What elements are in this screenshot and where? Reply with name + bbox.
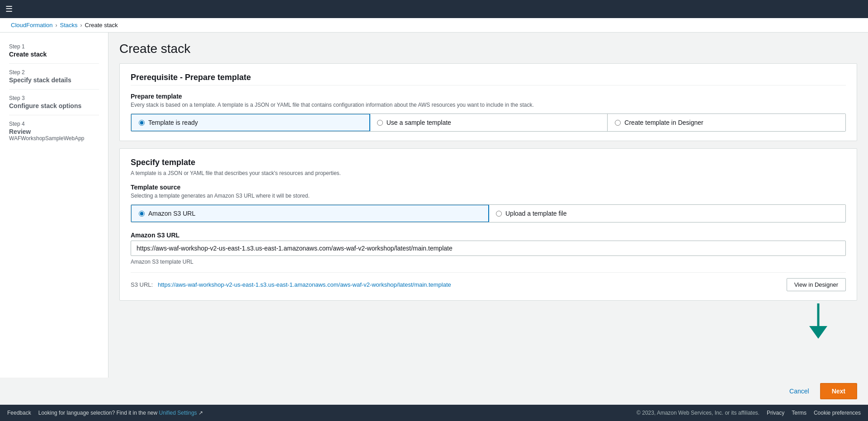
sidebar-step-4-subtitle: WAFWorkshopSampleWebApp xyxy=(9,135,99,142)
bottom-bar-info: Looking for language selection? Find it … xyxy=(38,410,203,416)
sidebar-step-4: Step 4 Review WAFWorkshopSampleWebApp xyxy=(0,117,108,146)
specify-template-card-title: Specify template xyxy=(131,158,846,167)
cancel-button[interactable]: Cancel xyxy=(784,385,815,397)
page-title: Create stack xyxy=(119,42,857,56)
radio-template-ready[interactable] xyxy=(139,120,145,126)
breadcrumb-sep-2: › xyxy=(80,22,82,28)
option-s3-url[interactable]: Amazon S3 URL xyxy=(131,204,489,222)
s3-url-value: https://aws-waf-workshop-v2-us-east-1.s3… xyxy=(158,281,451,288)
breadcrumb: CloudFormation › Stacks › Create stack xyxy=(0,18,868,33)
privacy-link[interactable]: Privacy xyxy=(767,410,784,416)
sidebar-step-1: Step 1 Create stack xyxy=(0,40,108,61)
option-sample-template-label: Use a sample template xyxy=(387,119,451,126)
svg-marker-1 xyxy=(809,326,827,339)
sidebar-step-3-title[interactable]: Configure stack options xyxy=(9,102,99,109)
sidebar: Step 1 Create stack Step 2 Specify stack… xyxy=(0,33,108,378)
sidebar-divider-3 xyxy=(9,115,99,115)
prepare-template-options: Template is ready Use a sample template … xyxy=(131,114,846,132)
radio-sample-template[interactable] xyxy=(377,120,383,126)
bottom-bar: Feedback Looking for language selection?… xyxy=(0,405,868,421)
teal-arrow-icon xyxy=(807,303,830,340)
template-source-label: Template source xyxy=(131,184,846,191)
s3-url-prefix: S3 URL: xyxy=(131,281,153,288)
radio-designer[interactable] xyxy=(615,120,621,126)
sidebar-step-2-title[interactable]: Specify stack details xyxy=(9,76,99,84)
s3-url-input[interactable] xyxy=(131,241,846,256)
sidebar-divider-1 xyxy=(9,63,99,64)
breadcrumb-current: Create stack xyxy=(85,22,118,28)
option-upload-file-label: Upload a template file xyxy=(505,210,566,217)
sidebar-divider-2 xyxy=(9,89,99,90)
footer-actions: Cancel Next xyxy=(0,378,868,405)
template-source-options: Amazon S3 URL Upload a template file xyxy=(131,204,846,222)
option-upload-file[interactable]: Upload a template file xyxy=(489,205,845,222)
hamburger-icon[interactable]: ☰ xyxy=(5,4,13,14)
next-button[interactable]: Next xyxy=(820,383,857,399)
main-layout: Step 1 Create stack Step 2 Specify stack… xyxy=(0,33,868,378)
unified-settings-link[interactable]: Unified Settings xyxy=(159,410,197,416)
option-designer-label: Create template in Designer xyxy=(624,119,703,126)
option-template-ready-label: Template is ready xyxy=(148,119,198,126)
s3-url-display-row: S3 URL: https://aws-waf-workshop-v2-us-e… xyxy=(131,272,846,291)
sidebar-step-3-label: Step 3 xyxy=(9,95,99,101)
sidebar-step-2: Step 2 Specify stack details xyxy=(0,66,108,87)
terms-link[interactable]: Terms xyxy=(792,410,807,416)
s3-url-field-label: Amazon S3 URL xyxy=(131,232,846,239)
prerequisite-card-title: Prerequisite - Prepare template xyxy=(131,73,846,82)
breadcrumb-cloudformation[interactable]: CloudFormation xyxy=(11,22,53,28)
s3-url-display-text: S3 URL: https://aws-waf-workshop-v2-us-e… xyxy=(131,281,779,288)
prerequisite-card: Prerequisite - Prepare template Prepare … xyxy=(119,63,857,141)
teal-arrow-container xyxy=(119,303,857,340)
breadcrumb-stacks[interactable]: Stacks xyxy=(60,22,78,28)
prepare-template-label: Prepare template xyxy=(131,93,846,100)
breadcrumb-sep-1: › xyxy=(56,22,57,28)
content-area: Create stack Prerequisite - Prepare temp… xyxy=(108,33,868,378)
copyright-text: © 2023, Amazon Web Services, Inc. or its… xyxy=(637,410,760,416)
radio-s3-url[interactable] xyxy=(139,211,145,217)
option-template-ready[interactable]: Template is ready xyxy=(131,114,370,132)
sidebar-step-4-label: Step 4 xyxy=(9,121,99,127)
template-source-hint: Selecting a template generates an Amazon… xyxy=(131,193,846,199)
top-nav: ☰ xyxy=(0,0,868,18)
radio-upload-file[interactable] xyxy=(496,211,502,217)
specify-template-card-subtitle: A template is a JSON or YAML file that d… xyxy=(131,170,846,176)
cookie-preferences-link[interactable]: Cookie preferences xyxy=(814,410,861,416)
sidebar-step-3: Step 3 Configure stack options xyxy=(0,91,108,113)
sidebar-step-4-title[interactable]: Review xyxy=(9,128,99,135)
sidebar-step-2-label: Step 2 xyxy=(9,69,99,76)
option-designer[interactable]: Create template in Designer xyxy=(608,114,845,131)
option-sample-template[interactable]: Use a sample template xyxy=(370,114,608,131)
bottom-bar-left: Feedback Looking for language selection?… xyxy=(7,410,203,416)
bottom-bar-right: © 2023, Amazon Web Services, Inc. or its… xyxy=(637,410,861,416)
view-in-designer-button[interactable]: View in Designer xyxy=(787,278,846,291)
sidebar-step-1-label: Step 1 xyxy=(9,43,99,50)
option-s3-url-label: Amazon S3 URL xyxy=(148,210,195,217)
sidebar-step-1-title[interactable]: Create stack xyxy=(9,51,99,58)
feedback-button[interactable]: Feedback xyxy=(7,410,31,416)
prepare-template-hint: Every stack is based on a template. A te… xyxy=(131,102,846,108)
s3-url-hint: Amazon S3 template URL xyxy=(131,259,846,265)
s3-url-input-wrapper xyxy=(131,241,846,256)
specify-template-card: Specify template A template is a JSON or… xyxy=(119,148,857,301)
